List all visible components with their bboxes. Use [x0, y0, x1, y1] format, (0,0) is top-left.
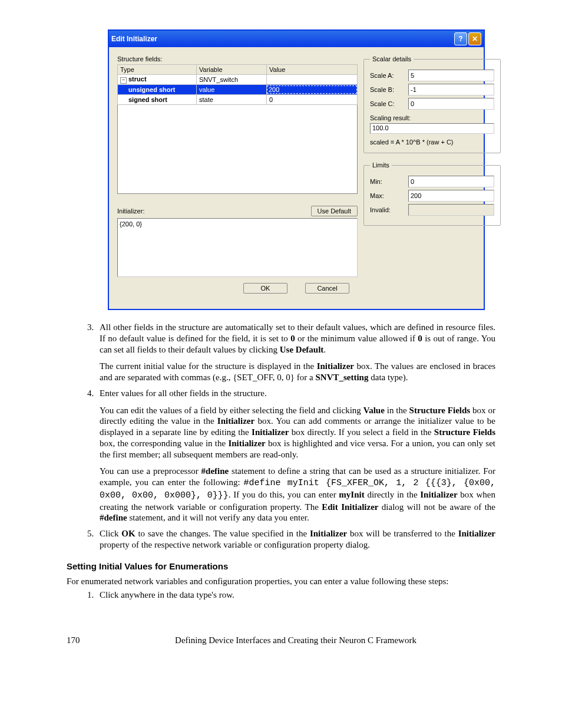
table-header-row: Type Variable Value — [118, 65, 358, 75]
page-number: 170 — [67, 635, 96, 645]
initializer-label: Initializer: — [117, 207, 311, 215]
structure-fields-label: Structure fields: — [117, 55, 358, 62]
max-label: Max: — [370, 192, 408, 199]
col-type: Type — [118, 65, 197, 75]
limits-legend: Limits — [370, 162, 392, 169]
list-item: Click anywhere in the data type's row. — [96, 590, 495, 600]
close-icon[interactable]: ✕ — [468, 32, 481, 45]
table-row[interactable]: −struct SNVT_switch — [118, 75, 358, 85]
structure-fields-table[interactable]: Type Variable Value −struct SNVT_switch … — [117, 64, 358, 105]
edit-initializer-dialog: Edit Initializer ? ✕ Structure fields: T… — [108, 29, 485, 310]
cancel-button[interactable]: Cancel — [305, 283, 349, 294]
scale-a-input[interactable] — [408, 70, 494, 81]
scaling-formula: scaled = A * 10^B * (raw + C) — [370, 139, 494, 146]
invalid-input — [408, 204, 494, 216]
help-icon[interactable]: ? — [454, 32, 467, 45]
scale-c-label: Scale C: — [370, 100, 408, 107]
limits-group: Limits Min: Max: Invalid: — [363, 162, 501, 226]
page-footer: 170 Defining Device Interfaces and Creat… — [67, 635, 495, 645]
invalid-label: Invalid: — [370, 206, 408, 213]
steps-list: Click anywhere in the data type's row. — [67, 590, 495, 600]
footer-text: Defining Device Interfaces and Creating … — [96, 635, 495, 645]
scale-b-input[interactable] — [408, 84, 494, 95]
scalar-details-group: Scalar details Scale A: Scale B: Scale C… — [363, 55, 501, 153]
col-variable: Variable — [197, 65, 267, 75]
table-row[interactable]: unsigned short value 200 — [118, 85, 358, 95]
scale-a-label: Scale A: — [370, 72, 408, 79]
body-paragraph: For enumerated network variables and con… — [67, 576, 495, 587]
structure-fields-scroll[interactable] — [117, 105, 358, 194]
ok-button[interactable]: OK — [243, 283, 287, 294]
list-item: Click OK to save the changes. The value … — [96, 528, 495, 551]
scale-b-label: Scale B: — [370, 86, 408, 93]
use-default-button[interactable]: Use Default — [311, 206, 358, 216]
scale-c-input[interactable] — [408, 98, 494, 110]
section-heading: Setting Initial Values for Enumerations — [67, 561, 495, 571]
min-label: Min: — [370, 178, 408, 185]
list-item: All other fields in the structure are au… — [96, 322, 495, 383]
initializer-input[interactable]: {200, 0} — [117, 218, 358, 277]
min-input[interactable] — [408, 176, 494, 187]
dialog-title: Edit Initializer — [111, 35, 453, 43]
scalar-legend: Scalar details — [370, 55, 414, 62]
scaling-result-value: 100.0 — [370, 123, 494, 134]
list-item: Enter values for all other fields in the… — [96, 388, 495, 523]
collapse-icon[interactable]: − — [120, 77, 127, 84]
titlebar: Edit Initializer ? ✕ — [109, 31, 484, 47]
instruction-list: All other fields in the structure are au… — [67, 322, 495, 551]
max-input[interactable] — [408, 190, 494, 202]
col-value: Value — [267, 65, 358, 75]
table-row[interactable]: signed short state 0 — [118, 95, 358, 105]
scaling-result-label: Scaling result: — [370, 114, 494, 121]
